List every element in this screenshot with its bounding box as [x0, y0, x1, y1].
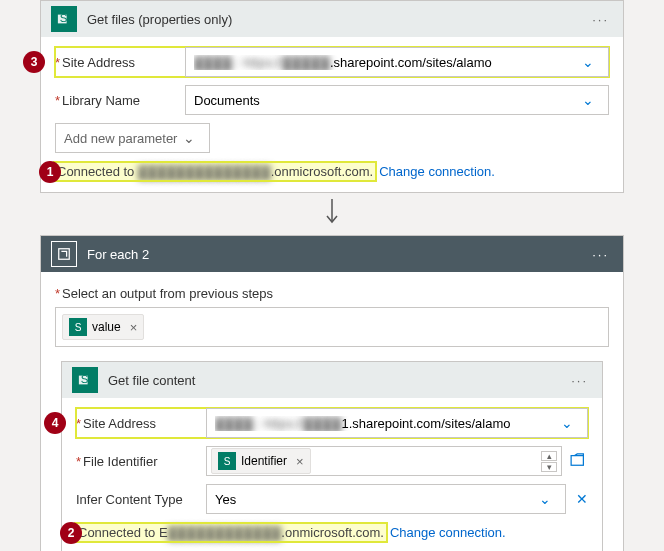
dynamic-token-value[interactable]: S value × [62, 314, 144, 340]
loop-card-for-each: For each 2 ··· *Select an output from pr… [40, 235, 624, 551]
sharepoint-icon: S [69, 318, 87, 336]
field-row-site-address: 3 *Site Address ▓▓▓▓ - https://▓▓▓▓▓.sha… [55, 47, 609, 77]
sharepoint-icon: S [72, 367, 98, 393]
site-address-dropdown[interactable]: ▓▓▓▓ - https://▓▓▓▓1.sharepoint.com/site… [206, 408, 588, 438]
chevron-down-icon[interactable]: ⌄ [576, 54, 600, 70]
card-title: Get files (properties only) [87, 12, 588, 27]
more-menu-button[interactable]: ··· [567, 373, 592, 388]
file-identifier-field[interactable]: S Identifier × ▴▾ [206, 446, 562, 476]
svg-text:S: S [60, 12, 68, 24]
change-connection-link[interactable]: Change connection. [379, 164, 495, 179]
more-menu-button[interactable]: ··· [588, 247, 613, 262]
action-card-get-files: S Get files (properties only) ··· 3 *Sit… [40, 0, 624, 193]
dynamic-token-identifier[interactable]: S Identifier × [211, 448, 311, 474]
field-row-add-param: Add new parameter ⌄ [55, 123, 609, 153]
remove-token-icon[interactable]: × [126, 320, 138, 335]
card-header[interactable]: S Get file content ··· [62, 362, 602, 398]
library-name-dropdown[interactable]: Documents ⌄ [185, 85, 609, 115]
chevron-down-icon[interactable]: ⌄ [576, 92, 600, 108]
card-title: For each 2 [87, 247, 588, 262]
field-label: Infer Content Type [76, 492, 206, 507]
folder-picker-icon[interactable] [570, 453, 588, 470]
callout-badge-2: 2 [60, 522, 82, 544]
step-down-icon: ▾ [541, 462, 557, 472]
flow-arrow-icon [40, 193, 624, 235]
sharepoint-icon: S [218, 452, 236, 470]
add-parameter-dropdown[interactable]: Add new parameter ⌄ [55, 123, 210, 153]
field-label: *Site Address [76, 416, 206, 431]
callout-badge-1: 1 [39, 161, 61, 183]
field-label: *Library Name [55, 93, 185, 108]
loop-icon [51, 241, 77, 267]
field-label: *Select an output from previous steps [55, 286, 609, 301]
card-header[interactable]: For each 2 ··· [41, 236, 623, 272]
infer-type-dropdown[interactable]: Yes ⌄ [206, 484, 566, 514]
field-row-infer-content-type: Infer Content Type Yes ⌄ ✕ [76, 484, 588, 514]
more-menu-button[interactable]: ··· [588, 12, 613, 27]
output-select-field[interactable]: S value × [55, 307, 609, 347]
card-header[interactable]: S Get files (properties only) ··· [41, 1, 623, 37]
remove-field-icon[interactable]: ✕ [576, 491, 588, 507]
stepper-buttons[interactable]: ▴▾ [541, 451, 557, 472]
svg-text:S: S [81, 373, 89, 385]
callout-badge-3: 3 [23, 51, 45, 73]
card-title: Get file content [108, 373, 567, 388]
svg-rect-3 [59, 249, 70, 260]
chevron-down-icon[interactable]: ⌄ [533, 491, 557, 507]
field-label: *File Identifier [76, 454, 206, 469]
remove-token-icon[interactable]: × [292, 454, 304, 469]
svg-rect-6 [571, 455, 583, 465]
chevron-down-icon[interactable]: ⌄ [177, 130, 201, 146]
chevron-down-icon[interactable]: ⌄ [555, 415, 579, 431]
field-label: *Site Address [55, 55, 185, 70]
action-card-get-file-content: S Get file content ··· 4 *Site Address ▓… [61, 361, 603, 551]
change-connection-link[interactable]: Change connection. [390, 525, 506, 540]
field-row-library-name: *Library Name Documents ⌄ [55, 85, 609, 115]
connection-footer: 2 Connected to E▓▓▓▓▓▓▓▓▓▓▓▓.onmicrosoft… [76, 524, 588, 541]
site-address-dropdown[interactable]: ▓▓▓▓ - https://▓▓▓▓▓.sharepoint.com/site… [185, 47, 609, 77]
step-up-icon: ▴ [541, 451, 557, 461]
field-row-file-identifier: *File Identifier S Identifier × ▴▾ [76, 446, 588, 476]
callout-badge-4: 4 [44, 412, 66, 434]
field-row-site-address: 4 *Site Address ▓▓▓▓ - https://▓▓▓▓1.sha… [76, 408, 588, 438]
sharepoint-icon: S [51, 6, 77, 32]
connection-footer: 1 Connected to ▓▓▓▓▓▓▓▓▓▓▓▓▓▓.onmicrosof… [55, 163, 609, 180]
